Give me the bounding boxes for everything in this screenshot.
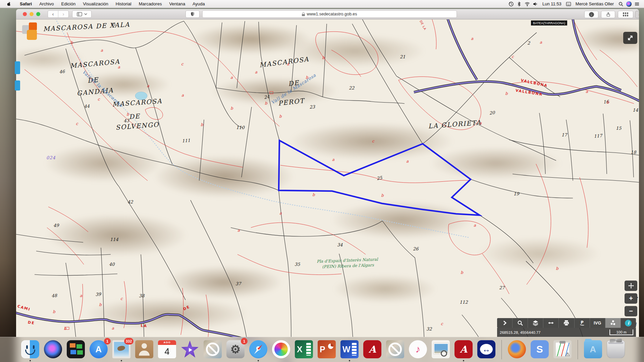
cadastral-map[interactable]: MASCAROSA DE XALA45MASCAROSADEGANDAIAMAS…	[16, 19, 639, 362]
siri-icon	[44, 340, 62, 358]
menu-edición[interactable]: Edición	[58, 1, 79, 6]
map-tool-pin-button[interactable]: P	[575, 318, 590, 328]
running-indicator	[258, 360, 259, 361]
map-label-ltr: b	[64, 326, 66, 331]
dock-contacts[interactable]	[135, 340, 154, 359]
tab-overview-button[interactable]	[618, 11, 633, 18]
menu-ventana[interactable]: Ventana	[165, 1, 189, 6]
new-tab-button[interactable]: +	[635, 11, 639, 18]
map-label-num: 38	[139, 293, 145, 298]
dock-app-store[interactable]: A1	[89, 340, 108, 359]
catastro-logo[interactable]	[22, 22, 42, 42]
dock-safari[interactable]	[249, 340, 268, 359]
share-button[interactable]	[601, 11, 615, 18]
dock-mail[interactable]: 332	[112, 340, 131, 359]
dock-photos[interactable]	[272, 340, 290, 359]
dock-finder[interactable]	[21, 340, 40, 359]
dock-excel[interactable]: X	[294, 340, 313, 359]
dock-applications-folder[interactable]: A	[584, 340, 602, 359]
map-tool-ivg-button[interactable]: IVG	[590, 318, 605, 328]
map-tool-layers-button[interactable]	[528, 318, 543, 328]
dock-preview[interactable]	[431, 340, 450, 359]
trash-icon	[607, 340, 625, 358]
background-window-tab[interactable]	[15, 61, 20, 74]
map-tool-info-button[interactable]: i	[621, 318, 636, 328]
map-tool-chevron-right-button[interactable]	[497, 318, 513, 328]
map-label-num: 46	[59, 69, 65, 74]
dock-powerpoint[interactable]: P	[317, 340, 336, 359]
map-tool-cubes-button[interactable]	[605, 318, 621, 328]
fullscreen-map-button[interactable]	[623, 32, 637, 44]
background-window-tab[interactable]	[15, 80, 20, 90]
finder-icon	[21, 340, 39, 358]
dock-music[interactable]: ♪	[409, 340, 427, 359]
svg-text:P: P	[581, 320, 584, 325]
search-icon[interactable]	[618, 1, 624, 7]
map-toolbar: PIVGi	[497, 318, 636, 328]
dock-acrobat-2[interactable]: A	[454, 340, 473, 359]
dock-siri[interactable]	[44, 340, 62, 359]
minimize-window-button[interactable]	[30, 12, 34, 16]
pan-button[interactable]	[625, 281, 637, 291]
zoom-in-button[interactable]: +	[625, 293, 637, 304]
dock-teamviewer[interactable]: ↔	[477, 340, 496, 359]
menu-historial[interactable]: Historial	[112, 1, 135, 6]
dock-trash[interactable]	[606, 340, 625, 359]
privacy-report-button[interactable]	[185, 10, 200, 18]
dock-word[interactable]: W	[340, 340, 359, 359]
map-label-ltr: a	[80, 293, 82, 298]
map-label-ltr: b	[461, 270, 463, 275]
map-label-num: 110	[236, 125, 245, 130]
map-label-num: 15	[616, 126, 622, 131]
sidebar-button[interactable]	[72, 10, 92, 18]
menu-marcadores[interactable]: Marcadores	[135, 1, 166, 6]
map-label-ltr: c	[98, 97, 100, 102]
map-label-num: 26	[413, 246, 419, 251]
address-bar[interactable]: www1.sedecatastro.gob.es	[202, 10, 457, 18]
notification-list-icon[interactable]	[634, 1, 640, 7]
photos-icon	[272, 340, 290, 358]
apple-menu-icon[interactable]	[6, 1, 11, 7]
siri-icon[interactable]	[626, 1, 632, 7]
menu-safari[interactable]: Safari	[16, 1, 36, 6]
dock-stats-clipboard[interactable]: ⚠	[553, 340, 572, 359]
back-button[interactable]: ‹	[48, 11, 58, 17]
volume-icon[interactable]	[532, 1, 538, 7]
dock-system-preferences[interactable]: ⚙1	[226, 340, 245, 359]
downloads-button[interactable]: ↓	[584, 11, 598, 18]
map-label-num: 23	[309, 104, 315, 110]
menu-ayuda[interactable]: Ayuda	[189, 1, 209, 6]
map-label-num: 42	[127, 199, 133, 204]
input-source-icon[interactable]	[566, 1, 572, 7]
map-tool-measure-button[interactable]	[543, 318, 559, 328]
dock-firefox[interactable]	[507, 340, 526, 359]
dock-smart-switch[interactable]: S	[530, 340, 549, 359]
map-label-ltr: a	[406, 159, 409, 164]
map-label-num: 34	[337, 242, 343, 247]
time-machine-icon[interactable]	[508, 1, 514, 7]
dock-acrobat[interactable]: A	[363, 340, 382, 359]
dock-blocked-photos[interactable]	[203, 340, 222, 359]
wifi-icon[interactable]	[524, 1, 530, 7]
map-label-num: 24	[264, 94, 270, 100]
zoom-window-button[interactable]	[36, 12, 40, 16]
dock-blocked-pictures[interactable]	[386, 340, 405, 359]
menu-archivo[interactable]: Archivo	[36, 1, 57, 6]
map-tool-search-button[interactable]	[513, 318, 528, 328]
dock-calendar[interactable]: AGO4	[158, 340, 176, 359]
map-label-sup: 45	[111, 22, 115, 27]
map-tool-print-button[interactable]	[559, 318, 574, 328]
menu-visualización[interactable]: Visualización	[79, 1, 112, 6]
mission-control-icon	[67, 340, 85, 358]
zoom-out-button[interactable]: −	[625, 306, 637, 316]
close-window-button[interactable]	[23, 12, 27, 16]
forward-button[interactable]: ›	[58, 11, 68, 17]
map-label-ltr: b	[70, 40, 73, 45]
bluetooth-icon[interactable]	[516, 1, 522, 7]
dock-mission-control[interactable]	[66, 340, 85, 359]
dock-imovie[interactable]	[180, 340, 199, 359]
preview-icon	[432, 340, 450, 358]
imovie-icon	[181, 340, 199, 358]
acrobat-2-icon: A	[454, 340, 473, 358]
menubar-user-name: Mercè Sentias Oller	[574, 1, 616, 6]
